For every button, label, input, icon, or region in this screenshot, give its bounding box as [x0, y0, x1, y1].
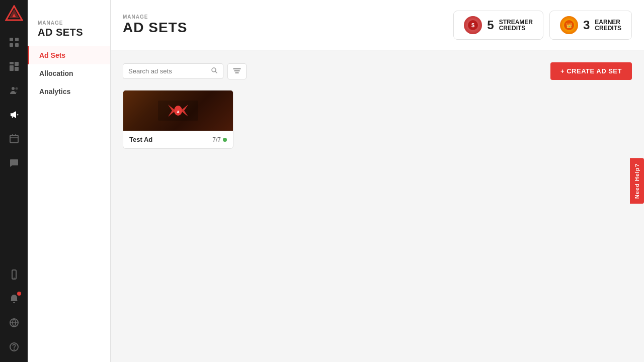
streamer-credits-label: STREAMER CREDITS — [499, 19, 533, 31]
svg-text:▲: ▲ — [176, 109, 180, 114]
sidebar-item-ad-sets[interactable]: Ad Sets — [28, 46, 110, 64]
ad-card-footer: Test Ad 7/7 — [123, 131, 233, 148]
sidebar-section-title: AD SETS — [28, 27, 110, 46]
header-section-title: AD SETS — [123, 20, 187, 36]
search-icon — [211, 67, 218, 75]
svg-point-18 — [14, 278, 15, 279]
ad-set-status: 7/7 — [212, 136, 227, 143]
status-active-dot — [223, 138, 227, 142]
sidebar-item-allocation[interactable]: Allocation — [28, 64, 110, 82]
svg-rect-15 — [12, 134, 13, 136]
svg-point-11 — [12, 87, 15, 90]
sidebar-item-analytics[interactable]: Analytics — [28, 82, 110, 101]
chat-icon[interactable] — [4, 153, 24, 173]
ad-card[interactable]: ▲ Test Ad 7/7 — [123, 90, 233, 149]
svg-rect-4 — [15, 38, 19, 41]
header-manage-label: MANAGE — [123, 14, 187, 20]
grid-icon[interactable] — [4, 32, 24, 52]
earner-credits-icon: 👑 — [560, 16, 578, 34]
streamer-credits-card: $ 5 STREAMER CREDITS — [453, 11, 543, 40]
earner-credits-count: 3 — [583, 18, 590, 32]
search-group — [123, 63, 247, 79]
svg-rect-14 — [10, 135, 18, 143]
earner-credits-label: EARNER CREDITS — [595, 19, 621, 31]
streamer-credits-icon: $ — [464, 16, 482, 34]
header-title-area: MANAGE AD SETS — [123, 14, 187, 36]
filter-button[interactable] — [227, 63, 247, 79]
svg-rect-3 — [10, 38, 13, 41]
main-content: MANAGE AD SETS $ 5 STREAMER CREDITS — [111, 0, 644, 362]
dashboard-icon[interactable] — [4, 56, 24, 76]
toolbar-row: + CREATE AD SET — [123, 62, 632, 80]
svg-point-13 — [17, 114, 18, 116]
svg-rect-6 — [15, 43, 19, 47]
svg-rect-10 — [15, 67, 19, 71]
notification-icon[interactable] — [4, 289, 24, 309]
help-icon[interactable] — [4, 337, 24, 357]
ad-cards-grid: ▲ Test Ad 7/7 — [123, 90, 632, 149]
svg-point-12 — [15, 87, 18, 90]
calendar-icon[interactable] — [4, 129, 24, 149]
content-area: + CREATE AD SET ▲ T — [111, 50, 644, 362]
svg-text:$: $ — [471, 22, 474, 28]
need-help-tab[interactable]: Need Help? — [630, 158, 644, 204]
search-input[interactable] — [128, 67, 209, 75]
svg-rect-16 — [15, 134, 16, 136]
search-box — [123, 63, 223, 79]
svg-rect-7 — [10, 62, 14, 64]
create-ad-set-button[interactable]: + CREATE AD SET — [550, 62, 632, 80]
sidebar-wide: MANAGE AD SETS Ad Sets Allocation Analyt… — [28, 0, 111, 362]
ad-set-name: Test Ad — [129, 136, 152, 143]
users-icon[interactable] — [4, 80, 24, 101]
streamer-credits-count: 5 — [487, 18, 494, 32]
ad-card-image: ▲ — [123, 90, 233, 131]
app-logo: ▲ — [5, 5, 23, 23]
svg-rect-5 — [10, 43, 13, 47]
sidebar-manage-label: MANAGE — [28, 10, 110, 27]
svg-rect-9 — [10, 65, 14, 71]
sidebar-narrow: ▲ — [0, 0, 28, 362]
megaphone-icon[interactable] — [4, 105, 24, 125]
svg-rect-8 — [15, 62, 19, 66]
earner-credits-card: 👑 3 EARNER CREDITS — [549, 11, 632, 40]
top-header: MANAGE AD SETS $ 5 STREAMER CREDITS — [111, 0, 644, 50]
svg-text:👑: 👑 — [566, 22, 573, 29]
phone-icon[interactable] — [4, 264, 24, 285]
credits-area: $ 5 STREAMER CREDITS 👑 3 — [453, 11, 632, 40]
globe-icon[interactable] — [4, 313, 24, 333]
svg-text:▲: ▲ — [11, 12, 17, 19]
